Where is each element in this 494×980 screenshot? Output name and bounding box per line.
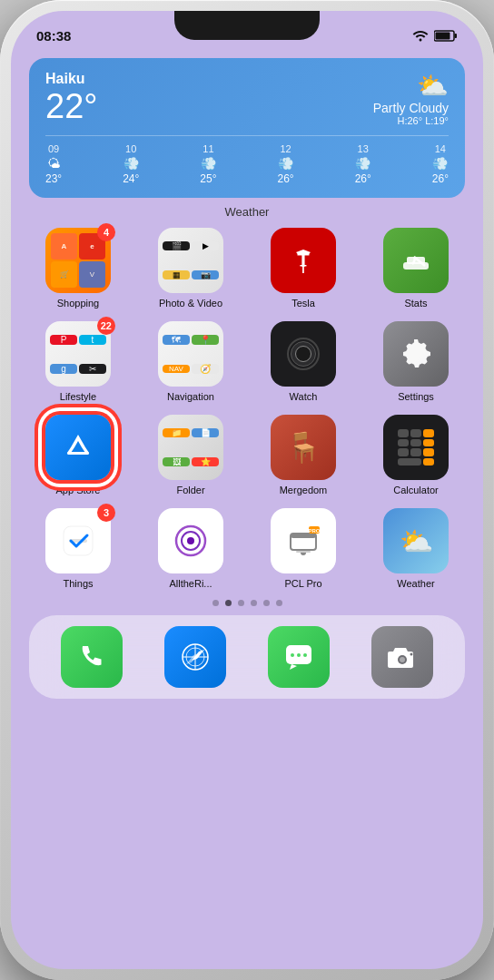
forecast-item-2: 11 💨 25° bbox=[200, 143, 216, 185]
app-label-pclpro: PCL Pro bbox=[284, 578, 321, 589]
dock-phone[interactable] bbox=[61, 626, 123, 688]
app-label-alltheri: AlltheRi... bbox=[169, 578, 212, 589]
app-tesla[interactable]: T T Tesla bbox=[251, 228, 356, 309]
app-icon-alltheri bbox=[158, 508, 223, 573]
app-icon-settings bbox=[383, 321, 449, 387]
app-mergedom[interactable]: 🪑 Mergedom bbox=[251, 415, 356, 495]
app-photo-video[interactable]: 🎬 ▶ ▦ 📷 Photo & Video bbox=[138, 228, 243, 309]
page-dots bbox=[11, 600, 483, 606]
app-lifestyle[interactable]: 22 P t g ✂ Lifestyle bbox=[25, 321, 131, 402]
app-icon-calculator bbox=[383, 415, 449, 480]
app-label-tesla: Tesla bbox=[291, 298, 315, 309]
svg-point-31 bbox=[410, 653, 413, 656]
app-label-weather: Weather bbox=[397, 578, 434, 589]
dock-safari[interactable] bbox=[164, 626, 226, 688]
app-label-appstore: App Store bbox=[56, 485, 101, 495]
badge-shopping: 4 bbox=[97, 223, 115, 241]
app-label-navigation: Navigation bbox=[167, 391, 214, 402]
app-label-photo: Photo & Video bbox=[159, 298, 222, 309]
dock-camera[interactable] bbox=[371, 626, 433, 688]
app-weather[interactable]: ⛅ Weather bbox=[363, 508, 469, 589]
svg-point-11 bbox=[187, 537, 194, 544]
app-label-folder: Folder bbox=[176, 485, 204, 495]
battery-icon bbox=[434, 30, 458, 42]
dot-1 bbox=[225, 600, 232, 606]
app-alltheri[interactable]: AlltheRi... bbox=[138, 508, 243, 589]
app-icon-stats bbox=[383, 228, 449, 293]
app-things[interactable]: 3 Things bbox=[25, 508, 131, 589]
svg-point-30 bbox=[400, 657, 405, 662]
status-icons bbox=[412, 29, 458, 42]
app-icon-weather: ⛅ bbox=[383, 508, 449, 573]
app-icon-tesla: T T bbox=[271, 228, 336, 293]
svg-text:PRO: PRO bbox=[308, 528, 320, 534]
weather-widget[interactable]: Haiku 22° ⛅ Partly Cloudy H:26° L:19° 09… bbox=[29, 58, 465, 198]
svg-rect-15 bbox=[296, 551, 311, 553]
dot-0 bbox=[212, 600, 219, 606]
app-label-mergedom: Mergedom bbox=[280, 485, 328, 495]
forecast-item-0: 09 🌤 23° bbox=[45, 143, 62, 185]
forecast-item-4: 13 💨 26° bbox=[355, 143, 371, 185]
weather-temperature: 22° bbox=[45, 89, 97, 123]
status-time: 08:38 bbox=[36, 28, 71, 44]
app-stats[interactable]: Stats bbox=[363, 228, 469, 309]
app-folder[interactable]: 📁 📄 🖼 ⭐ Folder bbox=[138, 415, 243, 495]
svg-marker-25 bbox=[290, 664, 297, 670]
notch bbox=[174, 11, 320, 40]
phone-screen: 08:38 Haiku 22° bbox=[11, 11, 483, 969]
app-watch[interactable]: Watch bbox=[251, 321, 356, 402]
svg-rect-5 bbox=[407, 257, 425, 264]
app-label-settings: Settings bbox=[398, 391, 434, 402]
svg-point-26 bbox=[291, 653, 294, 657]
weather-forecast: 09 🌤 23° 10 💨 24° 11 💨 25° 12 💨 bbox=[45, 135, 449, 185]
dock-messages[interactable] bbox=[268, 626, 330, 688]
weather-widget-label: Weather bbox=[11, 205, 483, 219]
forecast-item-3: 12 💨 26° bbox=[277, 143, 293, 185]
dot-2 bbox=[238, 600, 244, 606]
forecast-item-1: 10 💨 24° bbox=[123, 143, 139, 185]
app-calculator[interactable]: Calculator bbox=[363, 415, 469, 495]
weather-location: Haiku bbox=[45, 71, 97, 87]
badge-things: 3 bbox=[97, 504, 115, 522]
app-label-lifestyle: Lifestyle bbox=[60, 391, 96, 402]
badge-lifestyle: 22 bbox=[97, 317, 115, 335]
svg-rect-2 bbox=[436, 32, 450, 39]
app-pclpro[interactable]: PRO PCL Pro bbox=[251, 508, 356, 589]
svg-rect-6 bbox=[67, 452, 89, 455]
weather-condition-icon: ⛅ bbox=[373, 71, 449, 101]
app-shopping[interactable]: 4 A e 🛒 V Shopping bbox=[25, 228, 131, 309]
app-icon-watch bbox=[271, 321, 336, 387]
app-icon-folder: 📁 📄 🖼 ⭐ bbox=[158, 415, 223, 480]
wifi-icon bbox=[412, 29, 429, 42]
app-app-store[interactable]: App Store bbox=[25, 415, 131, 495]
app-icon-pclpro: PRO bbox=[271, 508, 336, 573]
svg-point-28 bbox=[303, 653, 307, 657]
dock bbox=[29, 615, 465, 699]
app-label-shopping: Shopping bbox=[57, 298, 100, 309]
dot-3 bbox=[251, 600, 257, 606]
svg-point-27 bbox=[297, 653, 301, 657]
app-label-calculator: Calculator bbox=[393, 485, 439, 495]
weather-high-low: H:26° L:19° bbox=[373, 115, 449, 126]
weather-condition: Partly Cloudy bbox=[373, 101, 449, 115]
app-label-stats: Stats bbox=[404, 298, 427, 309]
app-label-watch: Watch bbox=[290, 391, 318, 402]
svg-rect-13 bbox=[291, 534, 316, 538]
app-label-things: Things bbox=[63, 578, 93, 589]
dot-4 bbox=[263, 600, 270, 606]
app-icon-photo: 🎬 ▶ ▦ 📷 bbox=[158, 228, 223, 293]
app-settings[interactable]: Settings bbox=[363, 321, 469, 402]
app-icon-navigation: 🗺 📍 NAV 🧭 bbox=[158, 321, 223, 387]
phone-frame: 08:38 Haiku 22° bbox=[0, 0, 494, 980]
app-icon-mergedom: 🪑 bbox=[271, 415, 336, 480]
app-icon-appstore bbox=[45, 415, 111, 480]
app-grid: 4 A e 🛒 V Shopping 🎬 bbox=[11, 228, 483, 589]
forecast-item-5: 14 💨 26° bbox=[432, 143, 449, 185]
svg-rect-1 bbox=[455, 34, 458, 38]
app-navigation[interactable]: 🗺 📍 NAV 🧭 Navigation bbox=[138, 321, 243, 402]
dot-5 bbox=[276, 600, 282, 606]
